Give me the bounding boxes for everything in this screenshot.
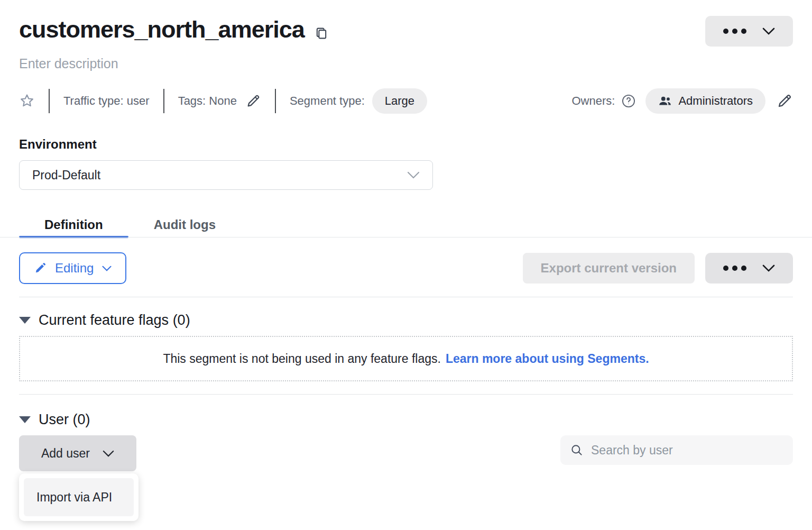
description-field[interactable]: Enter description: [19, 56, 793, 71]
learn-more-link[interactable]: Learn more about using Segments.: [446, 352, 649, 366]
tab-audit-logs-label: Audit logs: [154, 217, 216, 232]
ellipsis-icon: [723, 29, 746, 34]
meta-row: Traffic type: user Tags: None Segment ty…: [19, 86, 793, 116]
people-icon: [658, 95, 672, 107]
divider: [19, 297, 793, 297]
pencil-icon: [34, 262, 47, 275]
traffic-type-label: Traffic type: user: [63, 94, 150, 108]
divider: [19, 394, 793, 395]
caret-down-icon: [19, 416, 31, 423]
editing-mode-button[interactable]: Editing: [19, 252, 126, 284]
user-search-box[interactable]: [560, 435, 793, 465]
edit-owners-button[interactable]: [776, 93, 793, 109]
search-icon: [570, 443, 584, 457]
segment-more-actions-button[interactable]: [705, 16, 793, 47]
edit-tags-button[interactable]: [245, 93, 261, 109]
environment-selected-value: Prod-Default: [32, 168, 100, 182]
environment-select[interactable]: Prod-Default: [19, 160, 433, 190]
star-icon: [19, 93, 35, 109]
divider: [163, 89, 164, 113]
page-title: customers_north_america: [19, 16, 304, 43]
environment-label: Environment: [19, 137, 793, 152]
add-user-dropdown-menu: Import via API: [19, 473, 139, 521]
divider: [49, 89, 50, 113]
ellipsis-icon: [723, 266, 746, 271]
tab-bar: Definition Audit logs: [19, 212, 793, 237]
owners-label: Owners:: [571, 94, 615, 108]
add-user-button[interactable]: Add user: [19, 435, 136, 471]
segment-type-badge: Large: [372, 88, 427, 114]
copy-icon: [314, 25, 329, 41]
segment-detail-page: customers_north_america Enter descriptio…: [0, 0, 812, 530]
chevron-down-icon: [762, 264, 775, 272]
owners-value: Administrators: [678, 94, 753, 108]
add-user-label: Add user: [41, 446, 90, 461]
chevron-down-icon: [103, 450, 114, 457]
tab-bar-divider: [0, 237, 812, 237]
user-section-header[interactable]: User (0): [19, 412, 793, 428]
empty-state-text: This segment is not being used in any fe…: [163, 352, 440, 366]
user-controls-row: Add user Import via API: [19, 435, 793, 471]
pencil-icon: [245, 93, 261, 109]
menu-item-import-via-api[interactable]: Import via API: [24, 478, 134, 516]
tab-definition[interactable]: Definition: [19, 212, 128, 237]
export-current-version-button[interactable]: Export current version: [523, 253, 695, 284]
feature-flags-section-header[interactable]: Current feature flags (0): [19, 312, 793, 328]
divider: [275, 89, 276, 113]
feature-flags-empty-state: This segment is not being used in any fe…: [19, 336, 793, 381]
tags-label: Tags: None: [178, 94, 237, 108]
owners-badge[interactable]: Administrators: [645, 88, 765, 114]
copy-title-button[interactable]: [314, 18, 329, 41]
definition-more-actions-button[interactable]: [705, 253, 793, 284]
chevron-down-icon: [407, 171, 420, 179]
tab-definition-label: Definition: [44, 217, 103, 232]
pencil-icon: [776, 93, 793, 109]
help-question-icon[interactable]: [621, 94, 636, 108]
tab-audit-logs[interactable]: Audit logs: [128, 212, 241, 237]
user-search-input[interactable]: [591, 443, 783, 458]
header: customers_north_america: [19, 0, 793, 47]
user-section-title: User (0): [39, 412, 90, 428]
editing-label: Editing: [55, 261, 94, 276]
feature-flags-section-title: Current feature flags (0): [39, 312, 190, 328]
definition-toolbar: Editing Export current version: [19, 252, 793, 284]
segment-type-label: Segment type:: [290, 94, 365, 108]
caret-down-icon: [19, 317, 31, 324]
chevron-down-icon: [762, 28, 775, 35]
favorite-star-button[interactable]: [19, 93, 35, 109]
chevron-down-icon: [102, 266, 112, 271]
